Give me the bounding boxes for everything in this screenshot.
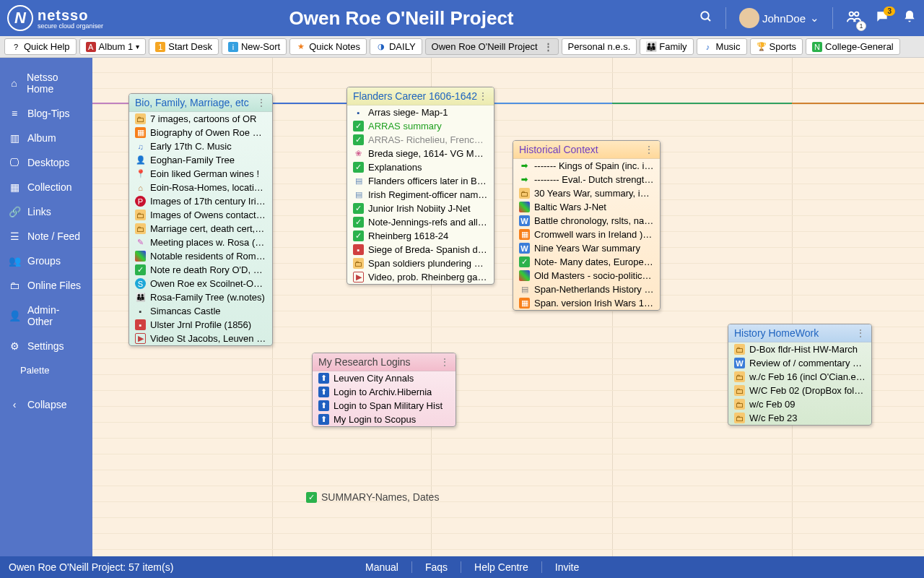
card-header[interactable]: History HomeWork⋮	[728, 324, 871, 342]
list-item[interactable]: 👤Eoghan-Family Tree	[129, 153, 272, 167]
list-item[interactable]: ▪Ulster Jrnl Profile (1856)	[129, 318, 272, 332]
footer-link-faqs[interactable]: Faqs	[412, 561, 461, 573]
list-item[interactable]: ▤Irish Regiment-officer names, ...	[347, 188, 494, 202]
card-flanders[interactable]: Flanders Career 1606-1642⋮▪Arras siege- …	[346, 87, 494, 285]
sidebar-item-note-feed[interactable]: ☰Note / Feed	[0, 224, 92, 249]
list-item[interactable]: ✓Note-Jennings-refs and all dates	[347, 215, 494, 229]
list-item[interactable]: 📍Eoin liked German wines !	[129, 167, 272, 181]
sidebar-item-palette[interactable]: Palette	[0, 358, 92, 382]
card-research-logins[interactable]: My Research Logins⋮⬆Leuven City Annals⬆L…	[312, 353, 456, 427]
sidebar-item-admin-other[interactable]: 👤Admin-Other	[0, 298, 92, 334]
list-item[interactable]: ✓Rheinberg 1618-24	[347, 229, 494, 243]
tab-personal-n-e-s-[interactable]: Personal n.e.s.	[562, 38, 637, 55]
list-item[interactable]: Notable residents of Rome (16...	[129, 249, 272, 263]
list-item[interactable]: ✓Note re death Rory O'D, arrival...	[129, 263, 272, 277]
list-item[interactable]: WReview of / commentary on O'...	[728, 356, 871, 370]
tab-new-sort[interactable]: iNew-Sort	[222, 38, 287, 55]
list-item[interactable]: ▤Span-Netherlands History fldr (...	[513, 282, 660, 296]
list-item[interactable]: ▦Cromwell wars in Ireland )Sp.)	[513, 228, 660, 241]
bell-icon[interactable]	[902, 9, 917, 27]
tab-start-desk[interactable]: 1Start Desk	[149, 38, 219, 55]
lone-item-summary[interactable]: ✓ SUMMARY-Names, Dates	[306, 491, 439, 503]
list-item[interactable]: ✓ARRAS- Richelieu, French view	[347, 133, 494, 147]
list-item[interactable]: ▦Span. version Irish Wars 16th-...	[513, 296, 660, 310]
tab-family[interactable]: 👪Family	[640, 38, 693, 55]
list-item[interactable]: 🗀D-Box fldr-Hist HW-March	[728, 342, 871, 356]
tab-college-general[interactable]: NCollege-General	[806, 38, 900, 55]
list-item[interactable]: ▦Biography of Owen Roe O'Neill	[129, 126, 272, 139]
list-item[interactable]: ▤Flanders officers later in Benbu...	[347, 174, 494, 188]
list-item[interactable]: ⌂Eoin-Rosa-Homes, locations, c...	[129, 181, 272, 194]
sidebar-item-links[interactable]: 🔗Links	[0, 199, 92, 224]
tab-sports[interactable]: 🏆Sports	[750, 38, 803, 55]
card-header[interactable]: Flanders Career 1606-1642⋮	[347, 87, 494, 105]
list-item[interactable]: ➡------- Kings of Spain (inc. ima...	[513, 159, 660, 173]
list-item[interactable]: ✎Meeting places w. Rosa (secret)	[129, 236, 272, 249]
list-item[interactable]: ♫Early 17th C. Music	[129, 139, 272, 153]
list-item[interactable]: 👪Rosa-Family Tree (w.notes)	[129, 290, 272, 304]
card-menu-icon[interactable]: ⋮	[855, 327, 866, 339]
list-item[interactable]: ✓Junior Irish Nobiity J-Net	[347, 202, 494, 215]
list-item[interactable]: Old Masters - socio-political art...	[513, 269, 660, 282]
tab-quick-help[interactable]: ?Quick Help	[4, 38, 77, 55]
list-item[interactable]: 🗀w./c Feb 16 (incl O'Cian.essay)	[728, 370, 871, 384]
card-menu-icon[interactable]: ⋮	[644, 144, 654, 155]
user-menu[interactable]: JohnDoe ⌄	[739, 8, 819, 28]
card-menu-icon[interactable]: ⋮	[440, 356, 450, 368]
card-menu-icon[interactable]: ⋮	[256, 97, 266, 108]
list-item[interactable]: WNine Years War summary	[513, 241, 660, 255]
list-item[interactable]: ▶Video St Jacobs, Leuven (marri...	[129, 332, 272, 345]
search-icon[interactable]	[699, 10, 712, 27]
list-item[interactable]: 🗀Images of Owens contacts (Ol...	[129, 208, 272, 222]
list-item[interactable]: ⬆Login to Archiv.Hibernia	[313, 385, 456, 399]
sidebar-item-desktops[interactable]: 🖵Desktops	[0, 150, 92, 175]
list-item[interactable]: PImages of 17th century Irish c...	[129, 194, 272, 208]
list-item[interactable]: ✓Note- Many dates, Europe 160...	[513, 255, 660, 269]
card-header[interactable]: Historical Context⋮	[513, 141, 660, 159]
list-item[interactable]: Baltic Wars J-Net	[513, 200, 660, 214]
list-item[interactable]: SOwen Roe ex Scoilnet-Only Lin...	[129, 277, 272, 290]
list-item[interactable]: 🗀Marriage cert, death cert, othe...	[129, 222, 272, 236]
list-item[interactable]: ✓Explanations	[347, 160, 494, 174]
footer-link-manual[interactable]: Manual	[352, 561, 412, 573]
people-icon[interactable]: 1	[846, 9, 862, 28]
card-bio[interactable]: Bio, Family, Marriage, etc⋮🗀7 images, ca…	[128, 93, 273, 346]
list-item[interactable]: ⬆Login to Span Military Hist	[313, 399, 456, 413]
list-item[interactable]: 🗀w/c Feb 09	[728, 397, 871, 411]
footer-link-help-centre[interactable]: Help Centre	[461, 561, 542, 573]
sidebar-item-online-files[interactable]: 🗀Online Files	[0, 273, 92, 298]
tab-album-1[interactable]: AAlbum 1▾	[79, 38, 147, 55]
list-item[interactable]: ▪Simancas Castle	[129, 304, 272, 318]
tab-daily[interactable]: ◑DAILY	[370, 38, 422, 55]
canvas[interactable]: Bio, Family, Marriage, etc⋮🗀7 images, ca…	[92, 58, 924, 556]
list-item[interactable]: ⬆My Login to Scopus	[313, 413, 456, 426]
tab-options-icon[interactable]: ⋮	[544, 41, 552, 52]
sidebar-item-collection[interactable]: ▦Collection	[0, 175, 92, 199]
sidebar-item-collapse[interactable]: ‹Collapse	[0, 392, 92, 417]
list-item[interactable]: 🗀7 images, cartoons of OR	[129, 112, 272, 126]
list-item[interactable]: ▪Siege of Breda- Spanish descry...	[347, 243, 494, 256]
list-item[interactable]: 🗀Span soldiers plundering Wom...	[347, 256, 494, 270]
sidebar-item-album[interactable]: ▥Album	[0, 126, 92, 150]
list-item[interactable]: ▶Video, prob. Rheinberg garrison	[347, 270, 494, 284]
tab-music[interactable]: ♪Music	[697, 38, 747, 55]
tab-quick-notes[interactable]: ★Quick Notes	[289, 38, 367, 55]
card-header[interactable]: Bio, Family, Marriage, etc⋮	[129, 94, 272, 112]
list-item[interactable]: ❀Breda siege, 1614- VG Map- N...	[347, 147, 494, 160]
sidebar-item-groups[interactable]: 👥Groups	[0, 249, 92, 273]
sidebar-item-netsso-home[interactable]: ⌂Netsso Home	[0, 65, 92, 101]
card-header[interactable]: My Research Logins⋮	[313, 353, 456, 371]
list-item[interactable]: 🗀30 Years War, summary, imag...	[513, 186, 660, 200]
card-history-homework[interactable]: History HomeWork⋮🗀D-Box fldr-Hist HW-Mar…	[728, 324, 872, 426]
list-item[interactable]: ⬆Leuven City Annals	[313, 371, 456, 385]
logo[interactable]: N netsso secure cloud organiser	[7, 5, 103, 31]
list-item[interactable]: ➡-------- Eval.- Dutch strengths	[513, 173, 660, 186]
tab-owen-roe-o-neill-project[interactable]: Owen Roe O'Neill Project⋮	[425, 38, 559, 55]
list-item[interactable]: 🗀W/C Feb 02 (DropBox folder)	[728, 384, 871, 397]
list-item[interactable]: ✓ARRAS summary	[347, 119, 494, 133]
card-menu-icon[interactable]: ⋮	[478, 90, 488, 102]
footer-link-invite[interactable]: Invite	[542, 561, 592, 573]
list-item[interactable]: WBattle chronology, rslts, names...	[513, 214, 660, 228]
sidebar-item-blog-tips[interactable]: ≡Blog-Tips	[0, 101, 92, 126]
card-historical-context[interactable]: Historical Context⋮➡------- Kings of Spa…	[513, 140, 661, 311]
